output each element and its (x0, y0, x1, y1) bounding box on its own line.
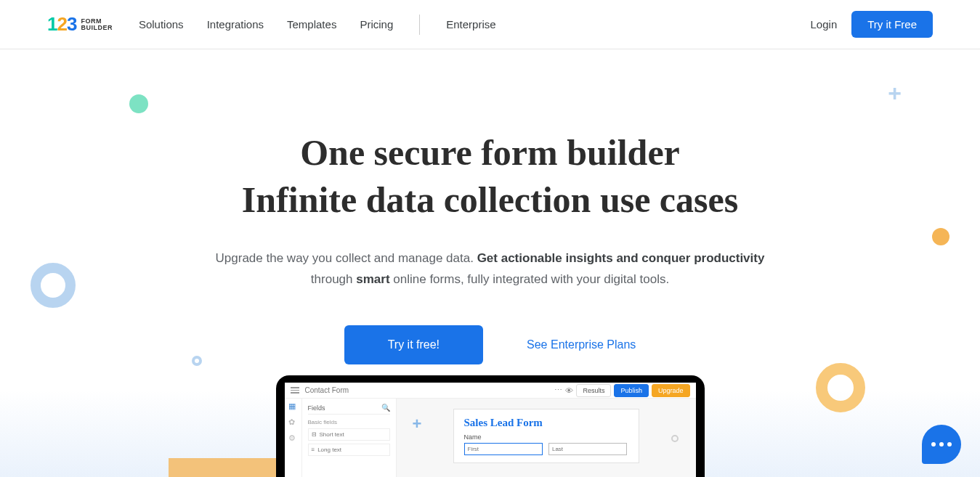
chat-dot-icon (939, 442, 944, 447)
last-name-input (548, 443, 627, 455)
results-button: Results (576, 384, 611, 397)
logo-digits: 123 (47, 13, 76, 36)
enterprise-plans-link[interactable]: See Enterprise Plans (527, 338, 636, 351)
settings-dots-icon: ⋯ (554, 386, 562, 395)
try-free-button[interactable]: Try it Free (851, 11, 933, 38)
nav-solutions[interactable]: Solutions (139, 18, 184, 30)
laptop-mockup: Contact Form ⋯ 👁 Results Publish Upgrade… (276, 375, 705, 477)
logo-text: FORMBUILDER (81, 18, 113, 31)
preview-icon: 👁 (565, 386, 573, 395)
nav-enterprise[interactable]: Enterprise (446, 18, 495, 30)
form-canvas: + Sales Lead Form Name (397, 399, 696, 477)
publish-button: Publish (614, 384, 649, 397)
app-title: Contact Form (305, 386, 349, 394)
hero-try-free-button[interactable]: Try it free! (344, 325, 483, 364)
side-icon-rail: ▦ ✿ ⚙ (285, 399, 302, 477)
app-toolbar: Contact Form ⋯ 👁 Results Publish Upgrade (285, 383, 696, 399)
hero-section: One secure form builder Infinite data co… (0, 49, 980, 364)
chat-widget-button[interactable] (922, 425, 961, 464)
nav-integrations[interactable]: Integrations (207, 18, 264, 30)
laptop-screen: Contact Form ⋯ 👁 Results Publish Upgrade… (285, 383, 696, 477)
name-field-label: Name (464, 433, 628, 441)
brand-logo[interactable]: 123 FORMBUILDER (47, 13, 113, 36)
nav-pricing[interactable]: Pricing (360, 18, 393, 30)
hero-title-line1: One secure form builder (300, 132, 680, 173)
fields-panel-title: Fields (308, 404, 325, 412)
decorative-photo (169, 458, 278, 477)
login-link[interactable]: Login (811, 18, 838, 30)
decorative-ring-orange-icon (816, 363, 865, 412)
first-name-input (464, 443, 543, 455)
settings-tab-icon: ⚙ (288, 433, 297, 442)
fields-panel: Fields 🔍 Basic fields ⊟Short text ≡Long … (302, 399, 397, 477)
hero-subtitle: Upgrade the way you collect and manage d… (214, 248, 766, 290)
form-preview-card: Sales Lead Form Name (453, 409, 639, 463)
field-long-text: ≡Long text (308, 444, 390, 456)
chat-dot-icon (947, 442, 952, 447)
fields-tab-icon: ▦ (288, 401, 297, 410)
form-card-title: Sales Lead Form (464, 417, 628, 429)
fields-subheading: Basic fields (308, 419, 390, 425)
search-icon: 🔍 (381, 404, 390, 412)
hero-title: One secure form builder Infinite data co… (0, 129, 980, 224)
main-nav: Solutions Integrations Templates Pricing… (139, 15, 496, 35)
hero-title-line2: Infinite data collection use cases (242, 179, 738, 220)
nav-templates[interactable]: Templates (287, 18, 336, 30)
site-header: 123 FORMBUILDER Solutions Integrations T… (0, 0, 980, 49)
header-right: Login Try it Free (811, 11, 933, 38)
nav-divider (419, 15, 420, 35)
add-field-icon: + (413, 415, 422, 433)
upgrade-button: Upgrade (652, 384, 690, 397)
chat-dot-icon (931, 442, 936, 447)
field-short-text: ⊟Short text (308, 428, 390, 441)
design-tab-icon: ✿ (288, 417, 297, 426)
hamburger-icon (291, 387, 299, 394)
cta-row: Try it free! See Enterprise Plans (0, 325, 980, 364)
canvas-deco-ring-icon (671, 435, 679, 442)
